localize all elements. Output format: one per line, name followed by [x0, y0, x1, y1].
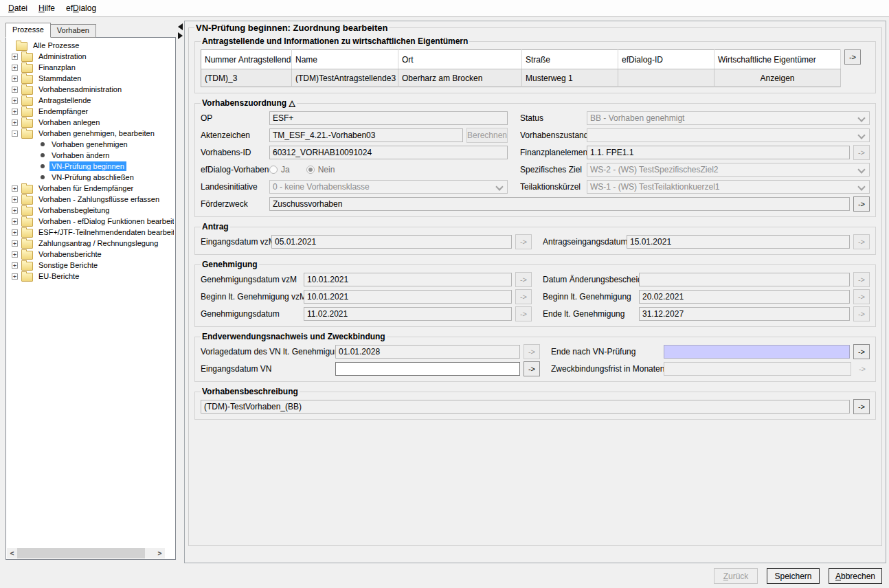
tree-item-stammdaten[interactable]: +Stammdaten	[8, 73, 174, 84]
vorhabenszustand-label: Vorhabenszustand	[520, 131, 587, 140]
expander-plus-icon[interactable]: +	[12, 76, 18, 82]
tree-item-label: Vorhaben genehmigen	[49, 139, 130, 149]
zweckbindungsfrist-field	[664, 362, 851, 376]
landesinitiative-dropdown: 0 - keine Vorhabensklasse	[269, 180, 508, 194]
chevron-down-icon	[857, 166, 865, 173]
abbrechen-button[interactable]: Abbrechen	[829, 568, 882, 584]
status-label: Status	[520, 113, 587, 123]
genehmigungsdatum-label: Genehmigungsdatum	[201, 309, 304, 319]
eingangsdatum-vzm-arrow-button: ->	[515, 234, 532, 249]
tree-item-vorhabensbegleitung[interactable]: +Vorhabensbegleitung	[8, 205, 174, 216]
tree-tabs: Prozesse Vorhaben	[5, 23, 96, 38]
tree-item-endempfaenger[interactable]: +Endempfänger	[8, 106, 174, 117]
expander-plus-icon[interactable]: +	[12, 218, 18, 225]
tree-item-finanzplan[interactable]: +Finanzplan	[8, 62, 174, 73]
chevron-down-icon	[857, 114, 865, 122]
datum-aenderungsbescheid-field	[639, 273, 850, 286]
scroll-left-icon[interactable]: <	[7, 548, 17, 558]
foerderzweck-field: Zuschussvorhaben	[269, 197, 850, 211]
folder-icon	[21, 97, 33, 106]
vorhabenszustand-dropdown	[587, 128, 870, 142]
eingangsdatum-vn-arrow-button[interactable]: ->	[524, 361, 540, 376]
col-header-strasse[interactable]: Straße	[522, 50, 618, 69]
tree-item-vn-pruefung-abschliessen[interactable]: VN-Prüfung abschließen	[40, 172, 174, 183]
expander-plus-icon[interactable]: +	[12, 196, 18, 203]
folder-icon	[21, 130, 33, 139]
expander-plus-icon[interactable]: +	[12, 65, 18, 71]
tree-item-vorhaben-aendern[interactable]: Vorhaben ändern	[40, 150, 174, 161]
expander-plus-icon[interactable]: +	[12, 229, 18, 236]
bullet-icon	[41, 164, 45, 168]
tree-horizontal-scrollbar[interactable]: < >	[7, 548, 165, 558]
col-header-ort[interactable]: Ort	[398, 50, 522, 69]
tree-item-vn-pruefung-beginnen[interactable]: VN-Prüfung beginnen	[40, 161, 174, 172]
beschreibung-groupbox: Vorhabensbeschreibung (TDM)-TestVorhaben…	[194, 387, 876, 420]
col-header-wirtschaftliche-eigentuemer[interactable]: Wirtschaftliche Eigentümer	[714, 50, 841, 69]
finanzplanelement-field: 1.1. FPE1.1	[587, 146, 850, 159]
tree-item-vorhabensberichte[interactable]: +Vorhabensberichte	[8, 249, 174, 260]
ende-genehmigung-field: 31.12.2027	[639, 307, 850, 321]
tree-item-alle-prozesse[interactable]: Alle Prozesse	[8, 40, 174, 51]
tree-item-label: Alle Prozesse	[31, 41, 81, 50]
genehmigungsdatum-field: 11.02.2021	[304, 307, 512, 321]
menu-item-hilfe[interactable]: Hilfe	[33, 1, 60, 15]
tree-item-vorhaben-fuer-endempfaenger[interactable]: +Vorhaben für Endempfänger	[8, 183, 174, 194]
anzeigen-button[interactable]: Anzeigen	[714, 69, 841, 87]
expander-plus-icon[interactable]: +	[12, 262, 18, 269]
tab-vorhaben[interactable]: Vorhaben	[51, 24, 96, 38]
splitter-expand-right-icon[interactable]	[178, 32, 183, 39]
expander-plus-icon[interactable]: +	[12, 54, 18, 60]
col-header-name[interactable]: Name	[292, 50, 398, 69]
expander-plus-icon[interactable]: +	[12, 273, 18, 280]
tab-prozesse[interactable]: Prozesse	[5, 23, 51, 38]
applicants-detail-arrow-button[interactable]: ->	[844, 49, 861, 65]
tree-item-esf-jtf-teilnehmendendaten[interactable]: +ESF+/JTF-Teilnehmendendaten bearbeiten	[8, 227, 174, 238]
expander-plus-icon[interactable]: +	[12, 87, 18, 93]
vorhabens-id-label: Vorhabens-ID	[201, 148, 269, 157]
ende-nach-vn-pruefung-arrow-button[interactable]: ->	[853, 344, 870, 359]
expander-plus-icon[interactable]: +	[12, 251, 18, 258]
tree-item-zahlungsantrag-rechnungslegung[interactable]: +Zahlungsantrag / Rechnungslegung	[8, 238, 174, 249]
eingangsdatum-vn-field[interactable]	[335, 362, 520, 376]
col-header-efdialog-id[interactable]: efDialog-ID	[618, 50, 714, 69]
tree-item-vorhaben-efdialog-funktionen[interactable]: +Vorhaben - efDialog Funktionen bearbeit…	[8, 216, 174, 227]
table-row[interactable]: (TDM)_3 (TDM)TestAntragstellende3 Oberha…	[201, 69, 841, 87]
tree-item-label: Vorhabensberichte	[36, 249, 104, 259]
tree-item-antragstellende[interactable]: +Antragstellende	[8, 95, 174, 106]
speichern-button[interactable]: Speichern	[767, 568, 820, 584]
tree-item-vorhaben-genehmigen-bearbeiten[interactable]: -Vorhaben genehmigen, bearbeiten	[8, 128, 174, 139]
cell-name: (TDM)TestAntragstellende3	[292, 69, 398, 87]
tree-item-administration[interactable]: +Administration	[8, 51, 174, 62]
tree-item-vorhaben-anlegen[interactable]: +Vorhaben anlegen	[8, 117, 174, 128]
ende-nach-vn-pruefung-field[interactable]	[664, 345, 850, 359]
expander-minus-icon[interactable]: -	[12, 131, 18, 137]
tree-item-label: Antragstellende	[36, 95, 93, 105]
beginn-genehmigung-label: Beginn lt. Genehmigung	[543, 292, 639, 302]
scroll-right-icon[interactable]: >	[155, 548, 165, 558]
tree-item-vorhaben-zahlungsfluesse[interactable]: +Vorhaben - Zahlungsflüsse erfassen	[8, 194, 174, 205]
splitter-collapse-left-icon[interactable]	[178, 23, 183, 30]
beschreibung-arrow-button[interactable]: ->	[853, 399, 870, 414]
eingangsdatum-vzm-field: 05.01.2021	[271, 235, 512, 249]
scrollbar-thumb[interactable]	[17, 548, 145, 558]
col-header-nummer[interactable]: Nummer Antragstellende	[201, 50, 292, 69]
zweckbindungsfrist-arrow-button: ->	[855, 362, 870, 376]
menu-item-datei[interactable]: Datei	[3, 1, 33, 15]
tree-item-vorhabensadministration[interactable]: +Vorhabensadministration	[8, 84, 174, 95]
expander-plus-icon[interactable]: +	[12, 120, 18, 126]
expander-plus-icon[interactable]: +	[12, 240, 18, 247]
expander-plus-icon[interactable]: +	[12, 98, 18, 104]
op-field: ESF+	[269, 111, 508, 125]
foerderzweck-arrow-button[interactable]: ->	[853, 196, 870, 212]
foerderzweck-label: Förderzweck	[201, 199, 269, 209]
expander-plus-icon[interactable]: +	[12, 207, 18, 214]
teilaktionskuerzel-label: Teilaktionskürzel	[520, 182, 587, 192]
tree-item-vorhaben-genehmigen[interactable]: Vorhaben genehmigen	[40, 139, 174, 150]
expander-plus-icon[interactable]: +	[12, 109, 18, 115]
process-tree-panel: Prozesse Vorhaben Alle Prozesse +Adminis…	[5, 23, 176, 560]
menu-item-efdialog[interactable]: efDialog	[60, 1, 102, 15]
tree-item-eu-berichte[interactable]: +EU-Berichte	[8, 271, 174, 282]
expander-plus-icon[interactable]: +	[12, 185, 18, 192]
radio-ja-icon	[269, 166, 278, 174]
tree-item-sonstige-berichte[interactable]: +Sonstige Berichte	[8, 260, 174, 271]
